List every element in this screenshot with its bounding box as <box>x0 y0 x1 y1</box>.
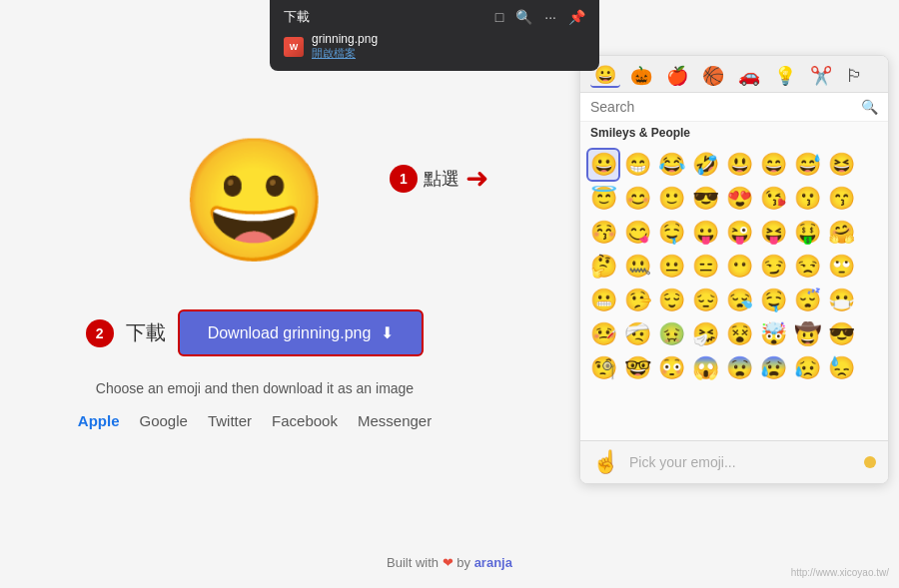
cat-symbols[interactable]: ✂️ <box>806 65 836 87</box>
emoji-cell[interactable]: 🤒 <box>586 317 620 351</box>
cat-halloween[interactable]: 🎃 <box>626 65 656 87</box>
footer-text2: by <box>453 555 474 570</box>
emoji-cell[interactable]: 😜 <box>722 216 756 250</box>
emoji-cell[interactable]: 😨 <box>722 351 756 385</box>
folder-icon[interactable]: □ <box>495 9 503 25</box>
emoji-cell[interactable]: 🙂 <box>654 182 688 216</box>
heart-icon: ❤ <box>443 555 453 570</box>
emoji-cell[interactable]: 🤐 <box>620 250 654 284</box>
cat-food[interactable]: 🍎 <box>662 65 692 87</box>
step1-badge: 1 <box>390 165 418 193</box>
emoji-cell[interactable]: 😁 <box>620 148 654 182</box>
source-google[interactable]: Google <box>140 412 188 429</box>
step1-annotation: 1 點選 ➜ <box>390 165 488 193</box>
emoji-cell[interactable]: 🤣 <box>688 148 722 182</box>
emoji-cell[interactable]: 😙 <box>824 182 858 216</box>
emoji-cell[interactable]: 🤑 <box>790 216 824 250</box>
emoji-cell[interactable]: 😎 <box>824 317 858 351</box>
cat-flags[interactable]: 🏳 <box>842 65 868 87</box>
emoji-cell[interactable]: 😚 <box>586 216 620 250</box>
emoji-cell[interactable]: 😒 <box>790 250 824 284</box>
emoji-cell[interactable]: 😆 <box>824 148 858 182</box>
emoji-cell[interactable]: 😋 <box>620 216 654 250</box>
file-info: grinning.png 開啟檔案 <box>312 32 378 61</box>
emoji-cell[interactable]: 😑 <box>688 250 722 284</box>
emoji-display: 😀 <box>175 120 335 280</box>
emoji-cell[interactable]: 😰 <box>756 351 790 385</box>
emoji-cell[interactable]: 😘 <box>756 182 790 216</box>
emoji-cell[interactable]: 🤧 <box>688 317 722 351</box>
emoji-cell[interactable]: 😏 <box>756 250 790 284</box>
emoji-cell[interactable]: 😳 <box>654 351 688 385</box>
download-bar: 下載 □ 🔍 ··· 📌 W grinning.png 開啟檔案 <box>270 0 599 71</box>
file-action-link[interactable]: 開啟檔案 <box>312 46 378 61</box>
emoji-cell[interactable]: 😇 <box>586 182 620 216</box>
emoji-cell[interactable]: 😗 <box>790 182 824 216</box>
download-file-row: W grinning.png 開啟檔案 <box>284 32 585 61</box>
emoji-cell[interactable]: 😓 <box>824 351 858 385</box>
emoji-row-0: 😀 😁 😂 🤣 😃 😄 😅 😆 <box>586 148 882 182</box>
source-messenger[interactable]: Messenger <box>358 412 432 429</box>
footer-brand[interactable]: aranja <box>474 555 512 570</box>
emoji-cell[interactable]: 🤢 <box>654 317 688 351</box>
download-section: 2 下載 Download grinning.png ⬇ <box>86 309 425 356</box>
emoji-cell[interactable]: 🤠 <box>790 317 824 351</box>
emoji-cell[interactable]: 😌 <box>654 284 688 317</box>
search-input[interactable] <box>590 99 855 115</box>
emoji-cell[interactable]: 😬 <box>586 284 620 317</box>
emoji-cell[interactable]: 😶 <box>722 250 756 284</box>
emoji-cell[interactable]: 😛 <box>688 216 722 250</box>
file-icon: W <box>284 37 304 57</box>
emoji-cell[interactable]: 🤯 <box>756 317 790 351</box>
step2-badge: 2 <box>86 319 114 347</box>
picker-footer: ☝️ Pick your emoji... <box>580 440 888 483</box>
emoji-row-3: 🤔 🤐 😐 😑 😶 😏 😒 🙄 <box>586 250 882 284</box>
step1-arrow: ➜ <box>465 165 488 193</box>
emoji-cell[interactable]: 😐 <box>654 250 688 284</box>
search-icon[interactable]: 🔍 <box>515 9 532 25</box>
emoji-cell[interactable]: 😵 <box>722 317 756 351</box>
emoji-cell[interactable]: 😂 <box>654 148 688 182</box>
pin-icon[interactable]: 📌 <box>568 9 585 25</box>
cat-objects[interactable]: 💡 <box>770 65 800 87</box>
download-bar-header: 下載 □ 🔍 ··· 📌 <box>284 8 585 26</box>
search-submit-icon[interactable]: 🔍 <box>861 99 878 115</box>
emoji-cell[interactable]: 😔 <box>688 284 722 317</box>
emoji-cell[interactable]: 🤥 <box>620 284 654 317</box>
download-btn-label: Download grinning.png <box>208 324 372 342</box>
emoji-cell[interactable]: 😱 <box>688 351 722 385</box>
more-icon[interactable]: ··· <box>544 9 556 25</box>
page-footer: Built with ❤ by aranja <box>0 555 899 570</box>
emoji-cell[interactable]: 😝 <box>756 216 790 250</box>
category-tabs: 😀 🎃 🍎 🏀 🚗 💡 ✂️ 🏳 <box>580 56 888 93</box>
emoji-cell[interactable]: 😍 <box>722 182 756 216</box>
emoji-cell[interactable]: 😷 <box>824 284 858 317</box>
emoji-cell[interactable]: 🤤 <box>654 216 688 250</box>
emoji-cell[interactable]: 🤔 <box>586 250 620 284</box>
emoji-cell[interactable]: 😥 <box>790 351 824 385</box>
emoji-cell[interactable]: 😪 <box>722 284 756 317</box>
source-apple[interactable]: Apple <box>78 412 120 429</box>
cat-travel[interactable]: 🚗 <box>734 65 764 87</box>
emoji-cell[interactable]: 🤓 <box>620 351 654 385</box>
emoji-cell[interactable]: 😄 <box>756 148 790 182</box>
emoji-picker: 😀 🎃 🍎 🏀 🚗 💡 ✂️ 🏳 🔍 Smileys & People 😀 😁 … <box>579 55 889 484</box>
emoji-cell[interactable]: 😅 <box>790 148 824 182</box>
emoji-cell[interactable]: 🙄 <box>824 250 858 284</box>
emoji-cell[interactable]: 😎 <box>688 182 722 216</box>
emoji-cell[interactable]: 🤕 <box>620 317 654 351</box>
source-twitter[interactable]: Twitter <box>208 412 252 429</box>
section-label: Smileys & People <box>580 122 888 144</box>
emoji-row-4: 😬 🤥 😌 😔 😪 🤤 😴 😷 <box>586 284 882 317</box>
source-facebook[interactable]: Facebook <box>272 412 338 429</box>
download-button[interactable]: Download grinning.png ⬇ <box>178 309 425 356</box>
emoji-cell[interactable]: 🤤 <box>756 284 790 317</box>
emoji-cell[interactable]: 🤗 <box>824 216 858 250</box>
emoji-cell[interactable]: 😃 <box>722 148 756 182</box>
emoji-cell[interactable]: 🧐 <box>586 351 620 385</box>
emoji-cell[interactable]: 😴 <box>790 284 824 317</box>
cat-activity[interactable]: 🏀 <box>698 65 728 87</box>
emoji-cell[interactable]: 😊 <box>620 182 654 216</box>
emoji-cell-grinning[interactable]: 😀 <box>586 148 620 182</box>
search-bar: 🔍 <box>580 93 888 122</box>
